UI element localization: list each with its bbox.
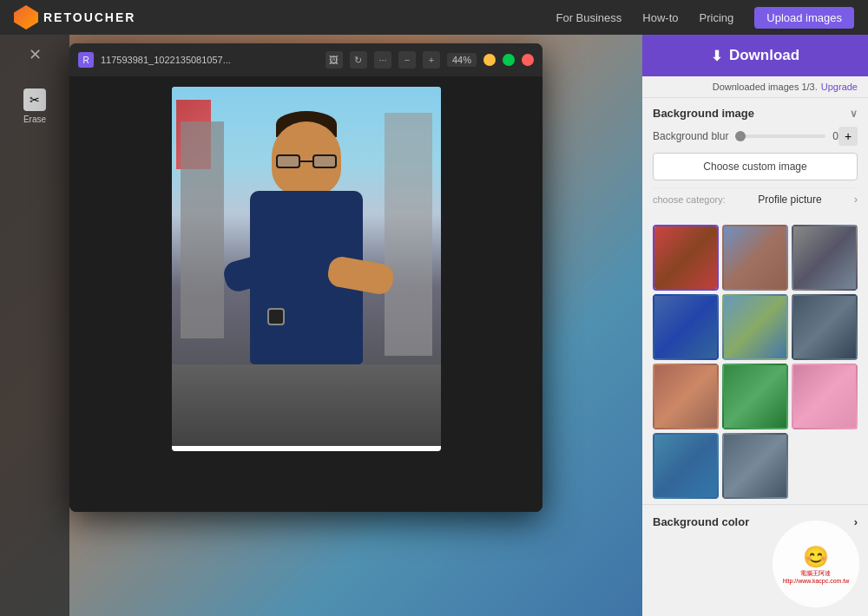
image-view-icon[interactable]: 🖼 — [326, 51, 343, 69]
thumbnail-2[interactable] — [722, 225, 788, 291]
glass-bridge — [300, 161, 312, 162]
preview-content — [69, 76, 542, 512]
glass-right — [312, 154, 337, 168]
thumbnail-9-preview — [793, 365, 856, 428]
minimize-button[interactable] — [483, 54, 496, 66]
background-color-label: Background color — [653, 515, 749, 528]
logo: RETOUCHER — [14, 5, 135, 29]
background-image-title: Background image — [653, 107, 754, 120]
thumbnail-2-preview — [724, 226, 786, 289]
thumbnail-5-preview — [724, 296, 786, 358]
chevron-down-icon: ∨ — [850, 108, 858, 120]
thumbnail-9[interactable] — [792, 364, 858, 429]
maximize-button[interactable] — [503, 54, 515, 66]
zoom-in-icon[interactable]: + — [423, 51, 440, 69]
upload-images-button[interactable]: Upload images — [754, 7, 854, 29]
watermark: 😊 電腦王阿達http://www.kacpc.com.tw — [773, 521, 859, 607]
erase-label: Erase — [23, 115, 46, 124]
glass-left — [276, 154, 300, 168]
person-figure — [215, 121, 398, 451]
thumbnail-10-preview — [654, 435, 717, 497]
download-label: Download — [729, 47, 799, 64]
thumbnail-4[interactable] — [653, 294, 719, 360]
thumbnail-8-preview — [724, 365, 786, 428]
download-icon: ⬇ — [711, 48, 722, 64]
thumbnail-10[interactable] — [653, 433, 719, 499]
background-image-section: Background image ∨ Background blur 0 + C… — [642, 97, 868, 220]
thumbnail-11-preview — [724, 435, 786, 497]
thumbnail-grid — [642, 220, 868, 504]
rotate-icon[interactable]: ↻ — [350, 51, 367, 69]
nav-how-to[interactable]: How-to — [642, 11, 678, 24]
logo-icon — [14, 5, 38, 29]
thumbnail-3-preview — [793, 226, 856, 289]
thumbnail-1[interactable] — [653, 225, 719, 291]
zoom-level: 44% — [447, 53, 477, 67]
preview-window: R 117593981_1022135081057... 🖼 ↻ ··· − +… — [69, 43, 542, 512]
download-count: Downloaded images 1/3. — [713, 82, 818, 92]
nav-pricing[interactable]: Pricing — [700, 11, 734, 24]
preview-titlebar: R 117593981_1022135081057... 🖼 ↻ ··· − +… — [69, 43, 542, 76]
preview-toolbar-icons: 🖼 ↻ ··· − + 44% — [326, 51, 534, 69]
person-watch — [267, 308, 285, 325]
blur-add-button[interactable]: + — [838, 127, 858, 146]
thumbnail-11[interactable] — [722, 433, 788, 499]
window-close-button[interactable] — [522, 54, 534, 66]
choose-custom-image-button[interactable]: Choose custom image — [653, 153, 858, 180]
person-head — [272, 121, 341, 195]
left-toolbar: ✕ ✂ Erase — [0, 35, 69, 616]
logo-text: RETOUCHER — [43, 10, 135, 24]
thumbnail-6-preview — [793, 296, 856, 358]
thumbnail-5[interactable] — [722, 294, 788, 360]
thumbnail-7-preview — [654, 365, 717, 428]
background-image-header[interactable]: Background image ∨ — [653, 107, 858, 120]
download-info: Downloaded images 1/3. Upgrade — [642, 76, 868, 97]
thumbnail-6[interactable] — [792, 294, 858, 360]
thumbnail-3[interactable] — [792, 225, 858, 291]
zoom-out-icon[interactable]: − — [398, 51, 416, 69]
more-options-icon[interactable]: ··· — [374, 51, 391, 69]
upgrade-link[interactable]: Upgrade — [821, 82, 858, 92]
watermark-text: 電腦王阿達http://www.kacpc.com.tw — [783, 569, 850, 584]
person-glasses — [276, 154, 337, 170]
top-nav: RETOUCHER For Business How-to Pricing Up… — [0, 0, 868, 35]
nav-links: For Business How-to Pricing Upload image… — [556, 7, 854, 29]
photo-frame — [172, 87, 441, 451]
nav-for-business[interactable]: For Business — [556, 11, 621, 24]
thumbnail-8[interactable] — [722, 364, 788, 429]
erase-tool[interactable]: ✂ Erase — [18, 82, 51, 131]
blur-row: Background blur 0 + — [653, 127, 858, 146]
category-row: choose category: Profile picture › — [653, 187, 858, 211]
category-value: Profile picture — [758, 193, 821, 206]
close-button[interactable]: ✕ — [29, 45, 42, 64]
thumbnail-1-preview — [654, 226, 717, 289]
watermark-face: 😊 — [803, 545, 829, 569]
download-button[interactable]: ⬇ Download — [642, 35, 868, 76]
preview-title: 117593981_1022135081057... — [101, 55, 319, 65]
thumbnail-7[interactable] — [653, 364, 719, 429]
bg-color-chevron-icon: › — [854, 515, 858, 528]
blur-label: Background blur — [653, 130, 728, 142]
bg-editor: ✕ ✂ Erase R 117593981_1022135081057... 🖼… — [0, 35, 868, 616]
blur-slider[interactable] — [735, 134, 825, 138]
erase-icon: ✂ — [23, 88, 46, 111]
blur-slider-thumb[interactable] — [735, 131, 746, 141]
category-chevron-icon[interactable]: › — [854, 193, 858, 206]
preview-favicon: R — [78, 52, 94, 68]
blur-value: 0 — [832, 130, 838, 142]
category-label: choose category: — [653, 194, 726, 205]
photo-bottom-strip — [172, 446, 441, 451]
thumbnail-4-preview — [654, 296, 717, 358]
